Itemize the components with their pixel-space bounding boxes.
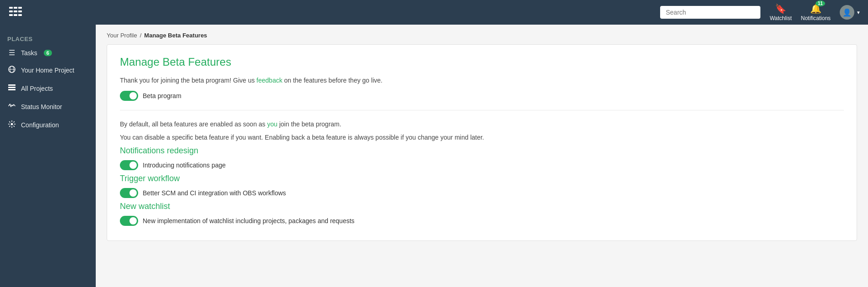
svg-rect-2 (14, 7, 17, 9)
sidebar-item-configuration[interactable]: Configuration (0, 116, 96, 134)
sidebar: Places ☰ Tasks 6 Your Home Project (0, 25, 96, 287)
info-line2: You can disable a specific beta feature … (120, 133, 844, 142)
sidebar-item-label: Configuration (21, 121, 59, 129)
sidebar-item-tasks[interactable]: ☰ Tasks 6 (0, 44, 96, 61)
status-monitor-icon (7, 102, 16, 112)
svg-rect-1 (9, 7, 13, 9)
search-input[interactable] (660, 6, 760, 19)
notifications-label: Notifications (801, 15, 831, 21)
svg-rect-13 (8, 84, 16, 86)
divider (120, 110, 844, 110)
trigger-workflow-toggle-row: Better SCM and CI integration with OBS w… (120, 188, 844, 198)
tasks-badge: 6 (44, 50, 52, 56)
notifications-button[interactable]: 🔔 11 Notifications (801, 3, 831, 21)
beta-program-label: Beta program (143, 92, 181, 99)
user-avatar-button[interactable]: 👤 ▼ (840, 5, 861, 20)
avatar: 👤 (840, 5, 854, 20)
breadcrumb: Your Profile / Manage Beta Features (107, 32, 857, 39)
bell-icon: 🔔 11 (810, 3, 822, 14)
sidebar-item-label: Your Home Project (21, 67, 74, 74)
feedback-link[interactable]: feedback (257, 77, 283, 84)
sidebar-item-status-monitor[interactable]: Status Monitor (0, 98, 96, 116)
watchlist-label: Watchlist (770, 15, 791, 21)
home-project-icon (7, 65, 16, 75)
chevron-down-icon: ▼ (856, 10, 861, 15)
notifications-redesign-label: Introducing notifications page (143, 162, 226, 169)
breadcrumb-parent[interactable]: Your Profile (107, 32, 137, 39)
app-logo[interactable] (7, 3, 26, 21)
notifications-badge: 11 (816, 0, 825, 6)
svg-rect-3 (18, 7, 22, 9)
new-watchlist-label: New implementation of watchlist includin… (143, 217, 355, 224)
sidebar-item-label: Status Monitor (21, 103, 62, 110)
bookmark-icon: 🔖 (775, 3, 786, 14)
svg-rect-9 (18, 14, 22, 16)
sidebar-item-label: Tasks (21, 49, 37, 57)
trigger-workflow-toggle[interactable] (120, 188, 138, 198)
feature-title-new-watchlist: New watchlist (120, 202, 844, 211)
breadcrumb-current: Manage Beta Features (144, 32, 207, 39)
all-projects-icon (7, 83, 16, 94)
info-line1: By default, all beta features are enable… (120, 120, 844, 129)
trigger-workflow-label: Better SCM and CI integration with OBS w… (143, 189, 286, 197)
page-layout: Places ☰ Tasks 6 Your Home Project (0, 25, 868, 287)
top-navigation: 🔖 Watchlist 🔔 11 Notifications 👤 ▼ (0, 0, 868, 25)
configuration-icon (7, 120, 16, 130)
svg-rect-14 (8, 87, 16, 88)
svg-rect-8 (14, 14, 17, 16)
svg-rect-6 (18, 10, 22, 12)
notifications-redesign-toggle-row: Introducing notifications page (120, 160, 844, 170)
tasks-icon: ☰ (7, 48, 16, 57)
beta-program-toggle[interactable] (120, 91, 138, 101)
notifications-redesign-toggle[interactable] (120, 160, 138, 170)
top-nav-right: 🔖 Watchlist 🔔 11 Notifications 👤 ▼ (660, 3, 861, 21)
svg-rect-5 (14, 10, 17, 12)
main-content: Your Profile / Manage Beta Features Mana… (96, 25, 868, 287)
beta-program-toggle-row: Beta program (120, 91, 844, 101)
new-watchlist-toggle[interactable] (120, 216, 138, 226)
sidebar-item-label: All Projects (21, 85, 53, 92)
sidebar-section-title: Places (0, 32, 96, 44)
new-watchlist-toggle-row: New implementation of watchlist includin… (120, 216, 844, 226)
svg-rect-15 (8, 89, 16, 90)
svg-rect-7 (9, 14, 13, 16)
feature-title-notifications-redesign: Notifications redesign (120, 146, 844, 156)
watchlist-button[interactable]: 🔖 Watchlist (770, 3, 791, 21)
svg-point-16 (11, 123, 13, 125)
sidebar-item-home-project[interactable]: Your Home Project (0, 61, 96, 79)
intro-text: Thank you for joining the beta program! … (120, 76, 844, 85)
svg-rect-4 (9, 10, 13, 12)
breadcrumb-separator: / (140, 32, 142, 39)
page-title: Manage Beta Features (120, 56, 844, 68)
sidebar-item-all-projects[interactable]: All Projects (0, 79, 96, 98)
content-card: Manage Beta Features Thank you for joini… (107, 44, 857, 241)
feature-title-trigger-workflow: Trigger workflow (120, 174, 844, 183)
